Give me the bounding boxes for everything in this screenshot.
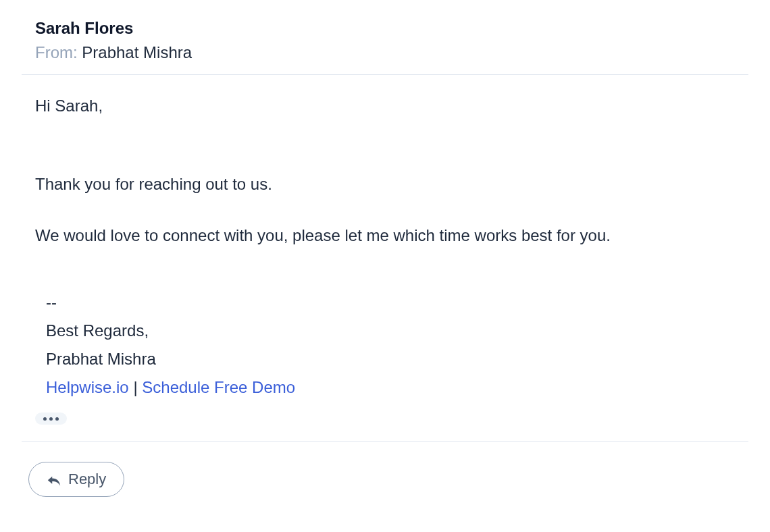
signature-divider: --: [46, 288, 735, 317]
reply-button[interactable]: Reply: [28, 462, 124, 497]
reply-button-label: Reply: [68, 471, 106, 488]
from-label: From:: [35, 43, 82, 61]
reply-icon: [47, 473, 61, 485]
from-name: Prabhat Mishra: [82, 43, 192, 61]
email-container: Sarah Flores From: Prabhat Mishra Hi Sar…: [0, 0, 770, 517]
body-line-1: Thank you for reaching out to us.: [35, 172, 735, 196]
signature-name: Prabhat Mishra: [46, 345, 735, 373]
body-text: Hi Sarah, Thank you for reaching out to …: [35, 94, 735, 248]
ellipsis-icon: [43, 417, 47, 421]
email-body: Hi Sarah, Thank you for reaching out to …: [22, 75, 748, 442]
from-line: From: Prabhat Mishra: [35, 43, 735, 62]
greeting-line: Hi Sarah,: [35, 94, 735, 118]
signature-link-helpwise[interactable]: Helpwise.io: [46, 378, 129, 396]
more-options-button[interactable]: [35, 413, 67, 425]
signature-link-demo[interactable]: Schedule Free Demo: [142, 378, 295, 396]
signature-links: Helpwise.io | Schedule Free Demo: [46, 373, 735, 402]
ellipsis-icon: [49, 417, 53, 421]
body-line-2: We would love to connect with you, pleas…: [35, 223, 735, 248]
email-header: Sarah Flores From: Prabhat Mishra: [22, 0, 748, 75]
signature-separator: |: [129, 378, 143, 396]
ellipsis-icon: [55, 417, 59, 421]
email-footer: Reply: [22, 442, 748, 517]
recipient-name: Sarah Flores: [35, 19, 735, 38]
signature-closing: Best Regards,: [46, 317, 735, 345]
signature-block: -- Best Regards, Prabhat Mishra Helpwise…: [35, 288, 735, 402]
